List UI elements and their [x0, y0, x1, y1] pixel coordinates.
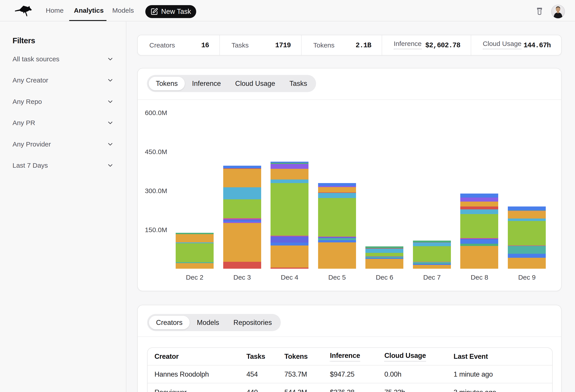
svg-text:Dec 2: Dec 2: [186, 274, 203, 281]
svg-text:Dec 9: Dec 9: [518, 274, 535, 281]
svg-text:Dec 7: Dec 7: [423, 274, 441, 281]
svg-text:Dec 8: Dec 8: [471, 274, 488, 281]
svg-text:Dec 4: Dec 4: [281, 274, 298, 281]
svg-text:600.0M: 600.0M: [145, 109, 167, 116]
svg-text:300.0M: 300.0M: [145, 187, 167, 195]
svg-text:150.0M: 150.0M: [145, 226, 167, 234]
svg-text:Dec 3: Dec 3: [234, 274, 251, 281]
svg-text:Dec 6: Dec 6: [376, 274, 393, 281]
svg-text:450.0M: 450.0M: [145, 148, 167, 155]
svg-text:Dec 5: Dec 5: [328, 274, 346, 281]
